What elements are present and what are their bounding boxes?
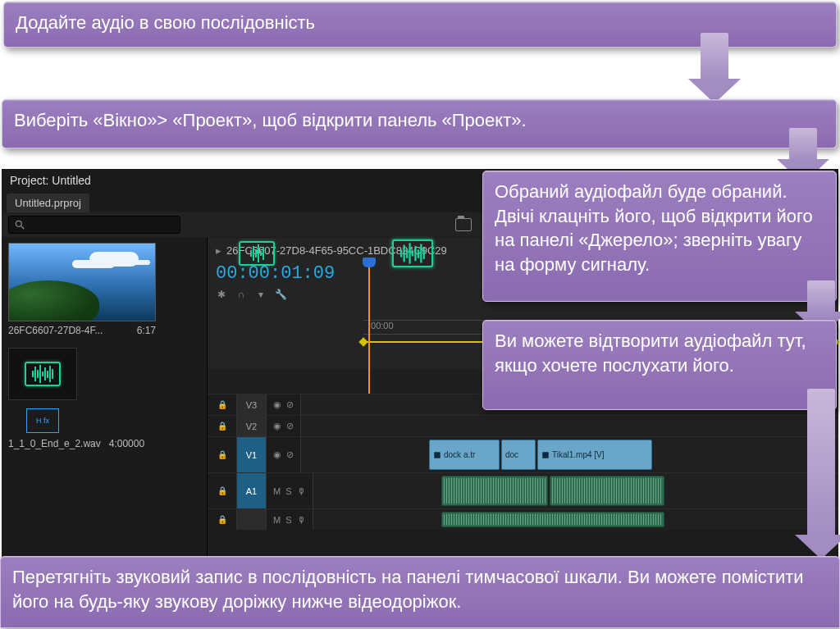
svg-point-0 [16, 221, 21, 226]
track-v2[interactable]: V2 ◉⊘ [208, 415, 838, 436]
video-clip[interactable]: dock a.tr [429, 440, 500, 470]
callout-text: Ви можете відтворити аудіофайл тут, якщо… [495, 329, 824, 377]
audio-clip[interactable] [550, 476, 664, 506]
audio-clip[interactable] [441, 476, 548, 506]
arrow-icon [701, 33, 728, 80]
callout-text: Перетягніть звуковий запис в послідовніс… [12, 565, 828, 613]
audio-clip[interactable] [441, 512, 664, 527]
arrow-icon [807, 280, 835, 313]
bin-item-label: 26FC6607-27D8-4F... 6:17 [8, 321, 156, 336]
timeline-tracks: V3 ◉⊘ V2 ◉⊘ V1 ◉⊘ dock a.tr [208, 394, 838, 558]
callout-step-2: Виберіть «Вікно»> «Проект», щоб відкрити… [2, 99, 837, 148]
marker-icon[interactable]: ▾ [255, 289, 267, 300]
track-v1[interactable]: V1 ◉⊘ dock a.tr doc Tikal1.mp4 [V] [208, 436, 838, 472]
bin-item-label: 1_1_0_End_e_2.wav 4:00000 [8, 438, 192, 449]
video-clip[interactable]: Tikal1.mp4 [V] [537, 440, 652, 470]
project-bins: 26FC6607-27D8-4F... 6:17 H fx 1_1_0_End_… [2, 238, 199, 558]
svg-rect-3 [542, 452, 549, 458]
search-input[interactable] [8, 216, 180, 234]
callout-step-5: Перетягніть звуковий запис в послідовніс… [0, 556, 840, 628]
waveform-icon [25, 362, 61, 386]
link-icon[interactable]: ∩ [235, 289, 247, 300]
search-icon [14, 219, 25, 230]
svg-line-1 [21, 226, 25, 230]
clip-fx-icon [541, 451, 550, 459]
callout-step-4: Ви можете відтворити аудіофайл тут, якщо… [482, 320, 837, 410]
clip-fx-icon [433, 451, 441, 459]
snap-icon[interactable]: ✱ [216, 289, 227, 300]
callout-text: Обраний аудіофайл буде обраний. Двічі кл… [495, 180, 824, 277]
sequence-marker-icon: ▸ [216, 244, 221, 257]
audio-thumbnail[interactable] [8, 348, 77, 400]
video-thumbnail[interactable] [8, 243, 156, 321]
dragging-audio-icon [239, 241, 275, 266]
svg-rect-2 [434, 452, 441, 458]
project-tab[interactable]: Untitled.prproj [7, 194, 89, 212]
callout-text: Додайте аудіо в свою послідовність [16, 11, 315, 35]
callout-text: Виберіть «Вікно»> «Проект», щоб відкрити… [14, 108, 527, 133]
track-a1[interactable]: A1 MS🎙 [208, 472, 838, 508]
callout-step-3: Обраний аудіофайл буде обраний. Двічі кл… [482, 171, 837, 302]
video-clip[interactable]: doc [501, 440, 536, 470]
folder-icon[interactable] [455, 218, 472, 231]
track-a2[interactable]: MS🎙 [208, 508, 838, 530]
fx-badge-icon: H fx [26, 408, 59, 433]
wrench-icon[interactable]: 🔧 [275, 289, 286, 300]
arrow-icon [789, 128, 817, 161]
arrow-icon [807, 389, 835, 536]
